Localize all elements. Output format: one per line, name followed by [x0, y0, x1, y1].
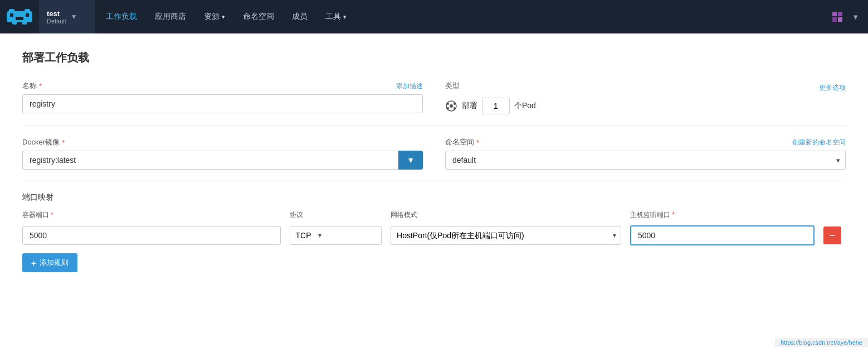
add-rule-button[interactable]: + 添加规则	[22, 253, 77, 272]
brand-logo-icon	[7, 7, 32, 27]
nav-item-resources[interactable]: 资源 ▾	[195, 0, 234, 33]
remove-port-rule-button[interactable]: −	[823, 226, 841, 244]
docker-col: Docker镜像 * ▼	[22, 137, 423, 170]
svg-point-10	[447, 103, 449, 105]
navbar-right: ▼	[827, 0, 868, 33]
navbar: test Default ▼ 工作负载 应用商店 资源 ▾ 命名空间 成员 工具…	[0, 0, 868, 33]
docker-dropdown-button[interactable]: ▼	[398, 151, 423, 170]
network-label: 网络模式	[391, 210, 621, 220]
more-options-link[interactable]: 更多选项	[819, 83, 846, 93]
container-port-input[interactable]	[22, 226, 281, 245]
docker-input-group: ▼	[22, 151, 423, 170]
tools-arrow-icon: ▾	[343, 13, 347, 21]
navbar-right-arrow-icon[interactable]: ▼	[847, 13, 864, 21]
nav-item-tools[interactable]: 工具 ▾	[316, 0, 355, 33]
svg-point-9	[450, 104, 453, 108]
container-port-required: *	[51, 211, 53, 219]
docker-btn-arrow-icon: ▼	[407, 156, 415, 165]
protocol-label: 协议	[290, 210, 382, 220]
deploy-label: 部署	[462, 101, 477, 111]
add-icon: +	[31, 258, 36, 268]
nav-menu: 工作负载 应用商店 资源 ▾ 命名空间 成员 工具 ▾	[97, 0, 355, 33]
pod-count-input[interactable]	[482, 98, 510, 114]
svg-point-11	[453, 103, 456, 105]
resources-arrow-icon: ▾	[222, 13, 225, 21]
namespace-col: 命名空间 * 创建新的命名空间 default ▾	[445, 137, 846, 170]
nav-item-members[interactable]: 成员	[283, 0, 316, 33]
namespace-label: 命名空间 *	[445, 137, 479, 147]
context-name: test	[47, 9, 66, 18]
name-required-mark: *	[39, 82, 42, 90]
type-label: 类型	[445, 81, 460, 91]
brand-logo-area[interactable]	[0, 0, 39, 33]
context-arrow-icon: ▼	[71, 13, 77, 21]
namespace-required-mark: *	[476, 138, 479, 147]
name-field-col: 名称 * 添加描述	[22, 81, 423, 113]
name-label: 名称 * 添加描述	[22, 81, 423, 91]
page-title: 部署工作负载	[22, 50, 846, 65]
namespace-select[interactable]: default	[445, 151, 846, 170]
create-namespace-link[interactable]: 创建新的命名空间	[792, 138, 846, 147]
container-port-label: 容器端口 *	[22, 210, 281, 220]
type-field-col: 类型 更多选项 部署 个Pod	[445, 81, 846, 114]
docker-namespace-row: Docker镜像 * ▼ 命名空间 * 创建新的命名空间 def	[22, 137, 846, 181]
network-arrow-icon: ▾	[608, 232, 621, 239]
network-mode-select[interactable]: HostPort(仅Pod所在主机端口可访问)	[391, 226, 608, 244]
docker-image-input[interactable]	[22, 151, 398, 170]
port-labels-row: 容器端口 * 协议 网络模式 主机监听端口 *	[22, 210, 846, 222]
context-switcher[interactable]: test Default ▼	[39, 0, 95, 33]
name-type-row: 名称 * 添加描述 类型 更多选项	[22, 81, 846, 126]
context-default: Default	[47, 18, 66, 25]
svg-rect-3	[10, 13, 13, 17]
host-port-required: *	[672, 211, 675, 219]
main-content: 部署工作负载 名称 * 添加描述 类型 更多选项	[0, 33, 868, 289]
protocol-select-wrapper: TCP UDP ▾	[290, 226, 382, 245]
docker-label: Docker镜像 *	[22, 137, 423, 147]
name-input[interactable]	[22, 94, 423, 113]
host-port-label: 主机监听端口 *	[630, 210, 815, 220]
port-rule-row: TCP UDP ▾ HostPort(仅Pod所在主机端口可访问) ▾ −	[22, 225, 846, 245]
svg-point-12	[447, 107, 449, 109]
grid-menu-icon[interactable]	[827, 7, 847, 27]
add-rule-label: 添加规则	[40, 258, 69, 268]
namespace-select-wrapper: default ▾	[445, 151, 846, 170]
network-mode-select-wrapper: HostPort(仅Pod所在主机端口可访问) ▾	[391, 226, 621, 245]
port-section-title: 端口映射	[22, 192, 846, 203]
port-mapping-section: 端口映射 容器端口 * 协议 网络模式 主机监听端口 *	[22, 192, 846, 272]
svg-point-13	[453, 107, 456, 109]
nav-item-appstore[interactable]: 应用商店	[146, 0, 195, 33]
host-port-input[interactable]	[630, 225, 815, 245]
svg-rect-7	[16, 17, 23, 20]
svg-rect-4	[26, 13, 29, 17]
protocol-arrow-icon: ▾	[315, 232, 325, 239]
protocol-select[interactable]: TCP UDP	[290, 226, 315, 244]
nav-item-workload[interactable]: 工作负载	[97, 0, 146, 33]
add-description-link[interactable]: 添加描述	[396, 81, 423, 91]
svg-rect-6	[22, 20, 27, 25]
deploy-icon	[445, 100, 457, 112]
pod-unit-label: 个Pod	[514, 101, 536, 111]
nav-item-namespace[interactable]: 命名空间	[234, 0, 283, 33]
svg-rect-5	[12, 20, 17, 25]
docker-required-mark: *	[62, 138, 65, 147]
type-control: 部署 个Pod	[445, 98, 846, 114]
